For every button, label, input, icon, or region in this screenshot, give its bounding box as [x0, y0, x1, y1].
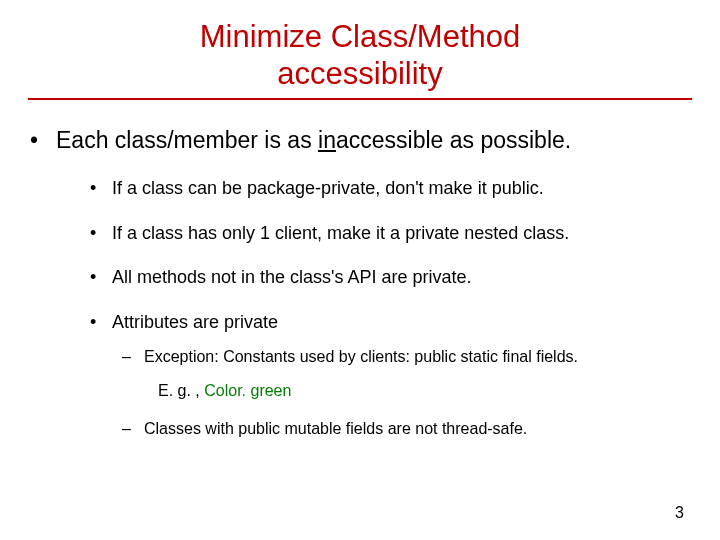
slide-body: • Each class/member is as inaccessible a…	[0, 100, 720, 439]
page-number: 3	[675, 504, 684, 522]
sub-bullet: • If a class has only 1 client, make it …	[90, 222, 692, 245]
dash-icon: –	[122, 347, 144, 367]
slide-title: Minimize Class/Method accessibility	[0, 0, 720, 98]
tertiary-list: – Exception: Constants used by clients: …	[90, 347, 692, 439]
bullet-dot-icon: •	[90, 222, 112, 245]
title-line-1: Minimize Class/Method	[200, 19, 520, 54]
main-bullet-emph: in	[318, 127, 336, 153]
sub-bullet-text: If a class has only 1 client, make it a …	[112, 222, 569, 245]
tertiary-text: Exception: Constants used by clients: pu…	[144, 347, 578, 367]
example-label: E. g. ,	[158, 382, 204, 399]
sub-bullet-text: If a class can be package-private, don't…	[112, 177, 544, 200]
example-row: E. g. , Color. green	[122, 381, 692, 401]
main-bullet-post: accessible as possible.	[336, 127, 571, 153]
dash-icon: –	[122, 419, 144, 439]
example-value: Color. green	[204, 382, 291, 399]
main-bullet: • Each class/member is as inaccessible a…	[28, 126, 692, 155]
bullet-dot-icon: •	[28, 126, 56, 155]
title-line-2: accessibility	[277, 56, 442, 91]
bullet-dot-icon: •	[90, 266, 112, 289]
main-bullet-pre: Each class/member is as	[56, 127, 318, 153]
sub-bullet-list: • If a class can be package-private, don…	[28, 177, 692, 439]
bullet-dot-icon: •	[90, 311, 112, 334]
sub-bullet-text: All methods not in the class's API are p…	[112, 266, 472, 289]
sub-bullet: • If a class can be package-private, don…	[90, 177, 692, 200]
bullet-dot-icon: •	[90, 177, 112, 200]
sub-bullet: • All methods not in the class's API are…	[90, 266, 692, 289]
sub-bullet-text: Attributes are private	[112, 311, 278, 334]
tertiary-text: Classes with public mutable fields are n…	[144, 419, 527, 439]
tertiary-bullet: – Classes with public mutable fields are…	[122, 419, 692, 439]
main-bullet-text: Each class/member is as inaccessible as …	[56, 126, 571, 155]
slide: Minimize Class/Method accessibility • Ea…	[0, 0, 720, 540]
sub-bullet: • Attributes are private	[90, 311, 692, 334]
tertiary-bullet: – Exception: Constants used by clients: …	[122, 347, 692, 367]
